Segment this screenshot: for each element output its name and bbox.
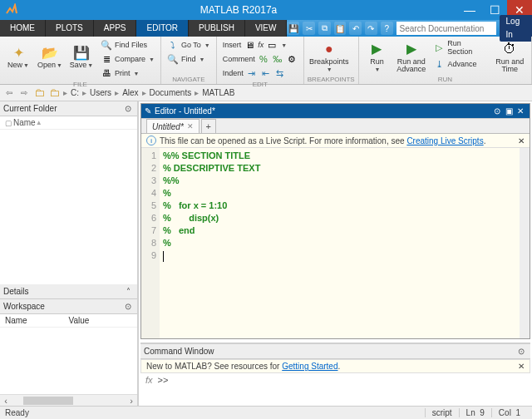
close-panel-icon[interactable]: ✕	[515, 106, 526, 117]
cmd-info-text: New to MATLAB? See resources for	[146, 362, 282, 371]
ws-col-value[interactable]: Value	[69, 316, 133, 325]
indent-button[interactable]: Indent ⇥ ⇤ ⇆	[220, 67, 300, 80]
quick-access-undo-icon[interactable]: ↶	[349, 22, 362, 35]
crumb-c[interactable]: C:	[71, 88, 79, 97]
workspace-title: Workspace	[3, 302, 45, 311]
close-info-icon[interactable]: ✕	[518, 362, 525, 371]
panel-menu-icon[interactable]: ⊙	[515, 346, 527, 357]
compare-button[interactable]: ≣Compare▼	[98, 52, 157, 66]
workspace-body: ‹›	[0, 328, 137, 406]
fx-icon[interactable]: fx	[145, 375, 153, 385]
info-icon: i	[146, 136, 156, 145]
panel-menu-icon[interactable]: ⊙	[122, 301, 134, 313]
disclosure-icon[interactable]: ▢	[5, 119, 13, 127]
ribbon: ✦New▼ 📂Open▼ 💾Save▼ 🔍Find Files ≣Compare…	[0, 37, 532, 85]
code-text[interactable]: %% SECTION TITLE% DESCRIPTIVE TEXT%%%% f…	[160, 148, 520, 338]
run-button[interactable]: ▶Run▼	[362, 38, 392, 75]
open-button[interactable]: 📂Open▼	[35, 38, 65, 75]
matlab-logo-icon	[3, 2, 20, 18]
comment-button[interactable]: Comment % ‰ ⚙	[220, 52, 300, 66]
window-titlebar: MATLAB R2017a — ☐ ✕	[0, 0, 532, 20]
command-prompt[interactable]: fx>>	[140, 373, 530, 404]
quick-access-redo-icon[interactable]: ↷	[365, 22, 377, 35]
crumb-documents[interactable]: Documents	[150, 88, 192, 97]
search-input[interactable]	[397, 22, 496, 35]
new-tab-button[interactable]: +	[201, 119, 216, 133]
editor-tabs: Untitled*✕ +	[141, 119, 530, 134]
tab-publish[interactable]: PUBLISH	[189, 20, 245, 37]
current-folder-header: Current Folder ⊙	[0, 101, 137, 116]
close-info-icon[interactable]: ✕	[518, 136, 525, 145]
status-line: Ln 9	[459, 408, 491, 417]
crumb-users[interactable]: Users	[90, 88, 111, 97]
group-label-run: RUN	[362, 75, 528, 84]
details-title: Details	[3, 287, 29, 296]
maximize-icon[interactable]: ▣	[503, 106, 515, 117]
advance-button[interactable]: ⤓Advance	[431, 57, 490, 71]
status-col: Col 1	[491, 408, 527, 417]
ribbon-tabstrip: HOME PLOTS APPS EDITOR PUBLISH VIEW 💾 ✂ …	[0, 20, 532, 37]
quick-access-save-icon[interactable]: 💾	[287, 22, 299, 35]
col-name[interactable]: Name	[13, 118, 36, 127]
ws-col-name[interactable]: Name	[5, 316, 69, 325]
print-button[interactable]: 🖶Print▼	[98, 67, 157, 80]
line-gutter: 123456789	[141, 148, 160, 338]
panel-menu-icon[interactable]: ⊙	[122, 103, 134, 115]
folder-up-icon[interactable]: 🗀	[48, 87, 60, 99]
nav-back-icon[interactable]: ⇦	[3, 87, 15, 99]
find-button[interactable]: 🔍Find▼	[165, 52, 213, 66]
quick-access-paste-icon[interactable]: 📋	[334, 22, 347, 35]
nav-fwd-icon[interactable]: ⇨	[18, 87, 30, 99]
tab-editor[interactable]: EDITOR	[136, 20, 189, 37]
live-scripts-link[interactable]: Creating Live Scripts	[406, 136, 483, 145]
tab-home[interactable]: HOME	[0, 20, 46, 37]
details-header[interactable]: Details ˄	[0, 284, 137, 299]
status-ready: Ready	[5, 408, 29, 417]
goto-button[interactable]: ⤵Go To▼	[165, 38, 213, 52]
insert-button[interactable]: Insert 🖥 fx ▭▼	[220, 38, 300, 52]
quick-access-copy-icon[interactable]: ⧉	[318, 22, 331, 35]
run-time-button[interactable]: ⏱Run and Time	[492, 38, 528, 75]
current-folder-title: Current Folder	[3, 104, 57, 113]
code-overview-ruler	[520, 148, 530, 338]
new-button[interactable]: ✦New▼	[3, 38, 33, 75]
hscrollbar[interactable]: ‹›	[0, 394, 137, 406]
find-files-button[interactable]: 🔍Find Files	[98, 38, 157, 52]
status-bar: Ready script Ln 9 Col 1	[0, 406, 532, 419]
close-tab-icon[interactable]: ✕	[187, 122, 194, 131]
status-type: script	[425, 408, 459, 417]
group-label-navigate: NAVIGATE	[165, 75, 213, 84]
breakpoints-button[interactable]: ●Breakpoints▼	[308, 38, 351, 75]
run-section-button[interactable]: ▷Run Section	[431, 38, 490, 57]
run-advance-button[interactable]: ▶Run and Advance	[393, 38, 429, 75]
window-title: MATLAB R2017a	[20, 4, 457, 16]
editor-header: ✎ Editor - Untitled* ⊙ ▣ ✕	[141, 104, 530, 119]
quick-access-cut-icon[interactable]: ✂	[303, 22, 315, 35]
tab-plots[interactable]: PLOTS	[46, 20, 94, 37]
help-icon[interactable]: ?	[381, 22, 393, 35]
tab-apps[interactable]: APPS	[94, 20, 137, 37]
info-text: This file can be opened as a Live Script…	[160, 136, 406, 145]
file-tab-untitled[interactable]: Untitled*✕	[146, 119, 200, 133]
editor-info-bar: i This file can be opened as a Live Scri…	[141, 134, 530, 148]
cmd-info-bar: New to MATLAB? See resources for Getting…	[140, 359, 530, 373]
tab-view[interactable]: VIEW	[245, 20, 288, 37]
folder-icon[interactable]: 🗀	[33, 87, 45, 99]
command-window-title: Command Window	[144, 347, 214, 356]
command-window-header: Command Window ⊙	[140, 344, 530, 359]
save-button[interactable]: 💾Save▼	[66, 38, 96, 75]
group-label-breakpoints: BREAKPOINTS	[308, 75, 355, 84]
expand-icon[interactable]: ˄	[122, 286, 134, 298]
workspace-header: Workspace ⊙	[0, 299, 137, 314]
crumb-matlab[interactable]: MATLAB	[202, 88, 234, 97]
code-editor[interactable]: 123456789 %% SECTION TITLE% DESCRIPTIVE …	[141, 148, 530, 338]
getting-started-link[interactable]: Getting Started	[282, 362, 337, 371]
crumb-alex[interactable]: Alex	[122, 88, 138, 97]
editor-title: Editor - Untitled*	[155, 106, 215, 116]
current-folder-panel: ▢Name ▲	[0, 116, 137, 284]
minimize-button[interactable]: —	[457, 0, 482, 20]
editor-icon: ✎	[145, 106, 151, 116]
panel-menu-icon[interactable]: ⊙	[491, 106, 503, 117]
